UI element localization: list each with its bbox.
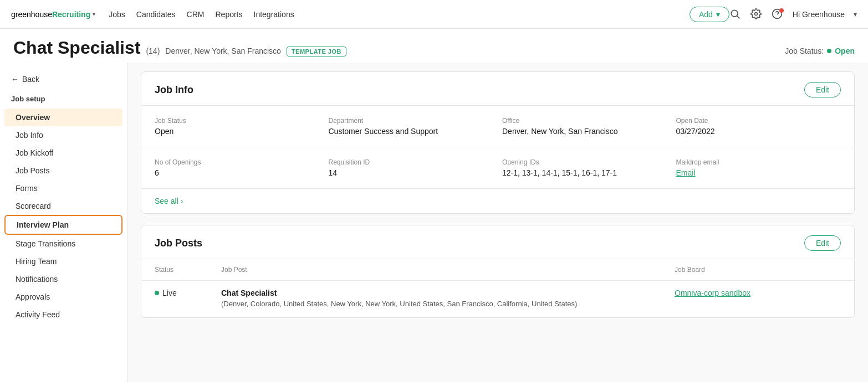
page-header: Chat Specialist (14) Denver, New York, S… [0,29,868,63]
sidebar: ← Back Job setup Overview Job Info Job K… [0,63,127,382]
back-label: Back [22,75,39,84]
sidebar-item-forms[interactable]: Forms [4,179,122,197]
office-value: Denver, New York, San Francisco [502,127,667,136]
sidebar-item-scorecard[interactable]: Scorecard [4,197,122,215]
help-icon[interactable] [772,8,784,20]
col-status-header: Status [155,266,221,274]
page-title: Chat Specialist [13,38,140,58]
num-openings-field: No of Openings 6 [155,158,320,177]
maildrop-value[interactable]: Email [676,168,841,177]
col-jobpost-header: Job Post [221,266,675,274]
status-live-label: Live [162,289,177,297]
requisition-id-label: Requisition ID [329,158,494,166]
back-arrow-icon: ← [11,75,19,84]
department-label: Department [329,117,494,125]
job-posts-card-header: Job Posts Edit [141,225,854,259]
job-info-grid-row1: Job Status Open Department Customer Succ… [141,106,854,147]
main-content: Job Info Edit Job Status Open Department… [127,63,868,382]
sidebar-item-job-posts[interactable]: Job Posts [4,162,122,179]
opening-ids-value: 12-1, 13-1, 14-1, 15-1, 16-1, 17-1 [502,168,667,177]
department-value: Customer Success and Support [329,127,494,136]
notification-dot [779,8,784,13]
search-icon[interactable] [729,8,742,20]
nav-candidates[interactable]: Candidates [136,10,176,19]
col-jobboard-header: Job Board [675,266,841,274]
sidebar-item-stage-transitions[interactable]: Stage Transitions [4,235,122,253]
num-openings-label: No of Openings [155,158,320,166]
maildrop-field: Maildrop email Email [676,158,841,177]
job-info-title: Job Info [155,84,193,96]
maildrop-label: Maildrop email [676,158,841,166]
nav-integrations[interactable]: Integrations [254,10,294,19]
requisition-id-field: Requisition ID 14 [329,158,494,177]
sidebar-item-hiring-team[interactable]: Hiring Team [4,253,122,270]
nav-links: Jobs Candidates CRM Reports Integrations [109,10,690,19]
logo: greenhouse Recruiting ▾ [11,10,95,19]
page-locations: Denver, New York, San Francisco [165,47,281,55]
user-caret-icon: ▾ [854,11,857,18]
job-status-label: Job Status: [785,47,824,55]
job-status-header: Job Status: Open [785,47,855,55]
sidebar-section-title: Job setup [0,91,127,106]
page-req-id: (14) [146,47,160,55]
main-layout: ← Back Job setup Overview Job Info Job K… [0,63,868,382]
add-button[interactable]: Add ▾ [690,7,729,22]
job-status-value-field: Open [155,127,320,136]
add-caret-icon: ▾ [716,10,720,19]
sidebar-item-notifications[interactable]: Notifications [4,270,122,288]
see-all-chevron-icon: › [181,197,183,205]
logo-greenhouse-text: greenhouse [11,10,52,19]
logo-recruiting-text: Recruiting [52,10,90,19]
opening-ids-field: Opening IDs 12-1, 13-1, 14-1, 15-1, 16-1… [502,158,667,177]
user-greeting[interactable]: Hi Greenhouse [793,10,845,19]
job-post-info: Chat Specialist (Denver, Colorado, Unite… [221,289,675,309]
open-date-label: Open Date [676,117,841,125]
template-badge: TEMPLATE JOB [287,47,346,56]
office-label: Office [502,117,667,125]
job-status-field: Job Status Open [155,117,320,136]
sidebar-item-job-info[interactable]: Job Info [4,126,122,144]
job-info-card-header: Job Info Edit [141,72,854,106]
department-field: Department Customer Success and Support [329,117,494,136]
job-board-link[interactable]: Omniva-corp sandbox [675,289,841,297]
table-row: Live Chat Specialist (Denver, Colorado, … [141,281,854,317]
job-info-edit-button[interactable]: Edit [804,82,841,97]
job-status-label-field: Job Status [155,117,320,125]
settings-icon[interactable] [750,8,763,20]
sidebar-item-approvals[interactable]: Approvals [4,288,122,306]
sidebar-item-job-kickoff[interactable]: Job Kickoff [4,144,122,162]
svg-line-1 [737,16,740,18]
requisition-id-value: 14 [329,168,494,177]
sidebar-item-overview[interactable]: Overview [4,109,122,126]
opening-ids-label: Opening IDs [502,158,667,166]
back-button[interactable]: ← Back [0,71,127,87]
job-info-grid-row2: No of Openings 6 Requisition ID 14 Openi… [141,147,854,189]
job-post-title: Chat Specialist [221,289,675,297]
status-open-dot [827,49,831,53]
svg-point-0 [731,10,738,17]
open-date-field: Open Date 03/27/2022 [676,117,841,136]
logo-caret-icon: ▾ [93,11,95,17]
live-dot-icon [155,291,159,295]
nav-jobs[interactable]: Jobs [109,10,125,19]
job-posts-card: Job Posts Edit Status Job Post Job Board… [141,225,855,318]
svg-point-2 [754,12,757,15]
nav-crm[interactable]: CRM [187,10,205,19]
job-posts-title: Job Posts [155,238,202,249]
top-nav: greenhouse Recruiting ▾ Jobs Candidates … [0,0,868,29]
num-openings-value: 6 [155,168,320,177]
nav-reports[interactable]: Reports [215,10,242,19]
job-info-card: Job Info Edit Job Status Open Department… [141,71,855,214]
sidebar-item-interview-plan[interactable]: Interview Plan [4,215,122,235]
job-post-locations: (Denver, Colorado, United States, New Yo… [221,299,675,309]
office-field: Office Denver, New York, San Francisco [502,117,667,136]
job-posts-table-header: Status Job Post Job Board [141,259,854,281]
job-posts-edit-button[interactable]: Edit [804,235,841,251]
see-all-link[interactable]: See all › [141,189,854,213]
sidebar-item-activity-feed[interactable]: Activity Feed [4,306,122,323]
open-date-value: 03/27/2022 [676,127,841,136]
job-status-value: Open [835,47,855,55]
topnav-right: Hi Greenhouse ▾ [729,8,857,20]
status-live-field: Live [155,289,221,297]
